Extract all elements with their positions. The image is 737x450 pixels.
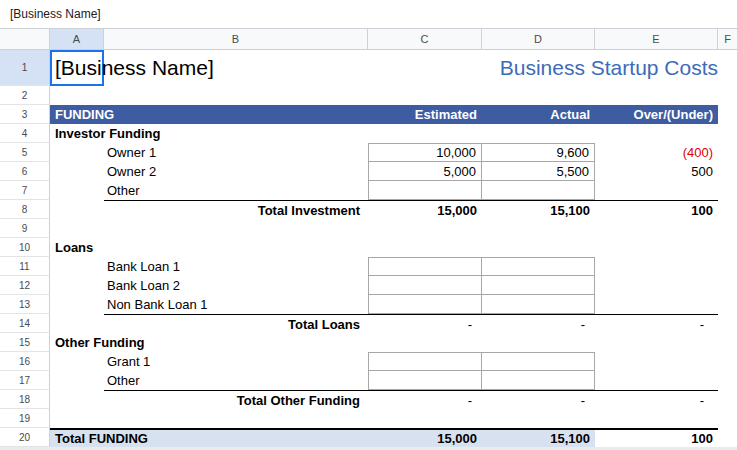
cell-A18[interactable] <box>50 390 104 409</box>
cell-E3-over-under-header[interactable]: Over/(Under) <box>595 105 718 124</box>
row-header-9[interactable]: 9 <box>0 219 50 238</box>
cell-B18-total-other-funding-label[interactable]: Total Other Funding <box>104 390 368 409</box>
row-header-4[interactable]: 4 <box>0 124 50 143</box>
cell-B11-bank-loan-1-label[interactable]: Bank Loan 1 <box>104 257 368 276</box>
cell-D8-total-investment-actual[interactable]: 15,100 <box>482 200 595 219</box>
row-header-13[interactable]: 13 <box>0 295 50 314</box>
cell-E20-total-funding-over-under[interactable]: 100 <box>595 428 718 447</box>
cell-C13-non-bank-loan-1-estimated[interactable] <box>368 295 482 314</box>
sheet-row-6: 6 Owner 2 5,000 5,500 500 <box>0 162 737 181</box>
cell-A1-business-name[interactable]: [Business Name] <box>55 50 214 86</box>
cell-D6-owner2-actual[interactable]: 5,500 <box>482 162 595 181</box>
row-header-16[interactable]: 16 <box>0 352 50 371</box>
cell-A15-other-funding[interactable]: Other Funding <box>50 333 368 352</box>
cell-B8-total-investment-label[interactable]: Total Investment <box>104 200 368 219</box>
row-header-18[interactable]: 18 <box>0 390 50 409</box>
row-header-6[interactable]: 6 <box>0 162 50 181</box>
cell-A5[interactable] <box>50 143 104 162</box>
row-header-3[interactable]: 3 <box>0 105 50 124</box>
cell-D7-other-actual[interactable] <box>482 181 595 200</box>
cell-D16-grant-1-actual[interactable] <box>482 352 595 371</box>
cell-title-business-startup-costs[interactable]: Business Startup Costs <box>500 50 718 86</box>
sheet-row-19: 19 <box>0 409 737 428</box>
row-header-20[interactable]: 20 <box>0 428 50 447</box>
cell-E18-total-other-funding-over-under[interactable]: - <box>595 390 718 409</box>
cell-A6[interactable] <box>50 162 104 181</box>
cell-A13[interactable] <box>50 295 104 314</box>
cell-C8-total-investment-estimated[interactable]: 15,000 <box>368 200 482 219</box>
row-header-5[interactable]: 5 <box>0 143 50 162</box>
cell-A16[interactable] <box>50 352 104 371</box>
row-header-14[interactable]: 14 <box>0 314 50 333</box>
cell-C20-total-funding-estimated[interactable]: 15,000 <box>368 428 482 447</box>
row-header-19[interactable]: 19 <box>0 409 50 428</box>
cell-A8[interactable] <box>50 200 104 219</box>
cell-B6-owner2-label[interactable]: Owner 2 <box>104 162 368 181</box>
column-header-f[interactable]: F <box>718 29 737 49</box>
cell-A20-total-funding-label[interactable]: Total FUNDING <box>50 428 368 447</box>
sheet-row-12: 12 Bank Loan 2 <box>0 276 737 295</box>
cell-E5-owner1-over-under[interactable]: (400) <box>595 143 718 162</box>
cell-C16-grant-1-estimated[interactable] <box>368 352 482 371</box>
cell-C12-bank-loan-2-estimated[interactable] <box>368 276 482 295</box>
cell-C18-total-other-funding-estimated[interactable]: - <box>368 390 482 409</box>
sheet-row-5: 5 Owner 1 10,000 9,600 (400) <box>0 143 737 162</box>
column-header-d[interactable]: D <box>482 29 595 49</box>
row-header-15[interactable]: 15 <box>0 333 50 352</box>
cell-E6-owner2-over-under[interactable]: 500 <box>595 162 718 181</box>
sheet-row-4: 4 Investor Funding <box>0 124 737 143</box>
cell-D13-non-bank-loan-1-actual[interactable] <box>482 295 595 314</box>
cell-D5-owner1-actual[interactable]: 9,600 <box>482 143 595 162</box>
row-header-10[interactable]: 10 <box>0 238 50 257</box>
column-header-e[interactable]: E <box>595 29 718 49</box>
cell-A12[interactable] <box>50 276 104 295</box>
cell-D3-actual-header[interactable]: Actual <box>482 105 595 124</box>
formula-bar[interactable]: [Business Name] <box>0 0 737 28</box>
row-header-7[interactable]: 7 <box>0 181 50 200</box>
select-all-corner[interactable] <box>0 29 50 49</box>
formula-bar-value: [Business Name] <box>10 7 101 21</box>
row-header-12[interactable]: 12 <box>0 276 50 295</box>
cell-B14-total-loans-label[interactable]: Total Loans <box>104 314 368 333</box>
cell-C3-estimated-header[interactable]: Estimated <box>368 105 482 124</box>
cell-B12-bank-loan-2-label[interactable]: Bank Loan 2 <box>104 276 368 295</box>
column-header-a[interactable]: A <box>50 29 104 49</box>
cell-A4-investor-funding[interactable]: Investor Funding <box>50 124 368 143</box>
sheet-row-1: 1 [Business Name] Business Startup Costs <box>0 50 737 86</box>
cell-C14-total-loans-estimated[interactable]: - <box>368 314 482 333</box>
cell-A14[interactable] <box>50 314 104 333</box>
row-header-8[interactable]: 8 <box>0 200 50 219</box>
cell-B5-owner1-label[interactable]: Owner 1 <box>104 143 368 162</box>
cell-D20-total-funding-actual[interactable]: 15,100 <box>482 428 595 447</box>
cell-D18-total-other-funding-actual[interactable]: - <box>482 390 595 409</box>
cell-D14-total-loans-actual[interactable]: - <box>482 314 595 333</box>
cell-C11-bank-loan-1-estimated[interactable] <box>368 257 482 276</box>
row-header-1[interactable]: 1 <box>0 50 50 86</box>
cell-C17-other-estimated[interactable] <box>368 371 482 390</box>
row-header-2[interactable]: 2 <box>0 86 50 105</box>
cell-A3-funding-header[interactable]: FUNDING <box>50 105 368 124</box>
cell-C5-owner1-estimated[interactable]: 10,000 <box>368 143 482 162</box>
cell-D11-bank-loan-1-actual[interactable] <box>482 257 595 276</box>
cell-C7-other-estimated[interactable] <box>368 181 482 200</box>
column-header-c[interactable]: C <box>368 29 482 49</box>
cell-A10-loans[interactable]: Loans <box>50 238 368 257</box>
cell-B17-other-label[interactable]: Other <box>104 371 368 390</box>
cell-B13-non-bank-loan-1-label[interactable]: Non Bank Loan 1 <box>104 295 368 314</box>
cell-A11[interactable] <box>50 257 104 276</box>
cell-D12-bank-loan-2-actual[interactable] <box>482 276 595 295</box>
sheet-row-11: 11 Bank Loan 1 <box>0 257 737 276</box>
cell-A17[interactable] <box>50 371 104 390</box>
sheet-row-13: 13 Non Bank Loan 1 <box>0 295 737 314</box>
cell-E14-total-loans-over-under[interactable]: - <box>595 314 718 333</box>
cell-B16-grant-1-label[interactable]: Grant 1 <box>104 352 368 371</box>
cell-B7-other-label[interactable]: Other <box>104 181 368 200</box>
sheet-row-10: 10 Loans <box>0 238 737 257</box>
column-header-b[interactable]: B <box>104 29 368 49</box>
cell-A7[interactable] <box>50 181 104 200</box>
cell-E8-total-investment-over-under[interactable]: 100 <box>595 200 718 219</box>
cell-D17-other-actual[interactable] <box>482 371 595 390</box>
row-header-17[interactable]: 17 <box>0 371 50 390</box>
cell-C6-owner2-estimated[interactable]: 5,000 <box>368 162 482 181</box>
row-header-11[interactable]: 11 <box>0 257 50 276</box>
